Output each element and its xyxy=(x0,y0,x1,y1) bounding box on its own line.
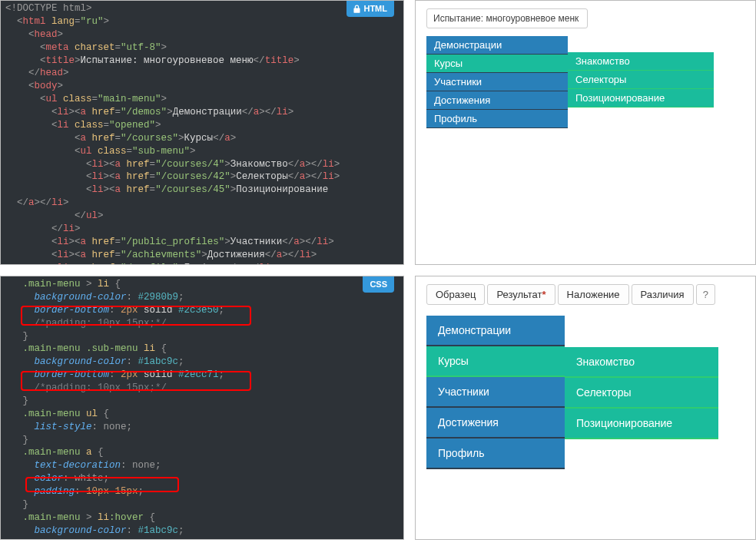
submenu-item[interactable]: Знакомство xyxy=(568,52,714,71)
menu-item[interactable]: Достижения xyxy=(426,408,565,439)
html-badge: HTML xyxy=(346,1,394,17)
submenu-item[interactable]: Селекторы xyxy=(565,378,718,409)
menu-item[interactable]: Участники xyxy=(426,73,568,91)
mini-menu: Демонстрации Курсы Участники Достижения … xyxy=(426,36,568,128)
menu-item-open[interactable]: Курсы xyxy=(426,346,565,377)
tab-result[interactable]: Результат* xyxy=(487,284,555,305)
submenu-item[interactable]: Позиционирование xyxy=(565,409,718,439)
html-editor[interactable]: HTML <!DOCTYPE html> <html lang="ru"> <h… xyxy=(0,0,404,265)
tabs: Образец Результат* Наложение Различия ? xyxy=(426,284,744,305)
menu-item[interactable]: Демонстрации xyxy=(426,36,568,55)
submenu-item[interactable]: Селекторы xyxy=(568,71,714,89)
menu-item[interactable]: Демонстрации xyxy=(426,316,565,346)
badge-label: CSS xyxy=(370,279,387,290)
help-button[interactable]: ? xyxy=(696,284,715,305)
submenu-item[interactable]: Позиционирование xyxy=(568,89,714,108)
menu-item[interactable]: Участники xyxy=(426,377,565,408)
preview-bottom: Образец Результат* Наложение Различия ? … xyxy=(415,276,756,540)
menu-item[interactable]: Профиль xyxy=(426,110,568,128)
css-badge: CSS xyxy=(363,276,394,293)
tab-overlay[interactable]: Наложение xyxy=(558,284,629,305)
menu-item[interactable]: Профиль xyxy=(426,439,565,469)
submenu-item[interactable]: Знакомство xyxy=(565,347,718,378)
tab-sample[interactable]: Образец xyxy=(426,284,485,305)
menu-item-open[interactable]: Курсы xyxy=(426,55,568,73)
css-editor[interactable]: CSS .main-menu > li { background-color: … xyxy=(0,276,404,540)
submenu: Знакомство Селекторы Позиционирование xyxy=(565,347,718,439)
title-input[interactable] xyxy=(426,8,588,28)
preview-top: Демонстрации Курсы Участники Достижения … xyxy=(415,0,756,265)
code-content: .main-menu > li { background-color: #298… xyxy=(5,278,399,538)
submenu: Знакомство Селекторы Позиционирование xyxy=(568,52,714,108)
lock-icon xyxy=(353,5,360,13)
diff-mark-icon: * xyxy=(542,289,546,300)
tab-diff[interactable]: Различия xyxy=(632,284,694,305)
badge-label: HTML xyxy=(363,3,387,15)
big-menu: Демонстрации Курсы Участники Достижения … xyxy=(426,316,565,469)
code-content: <!DOCTYPE html> <html lang="ru"> <head> … xyxy=(5,2,399,265)
menu-item[interactable]: Достижения xyxy=(426,91,568,110)
